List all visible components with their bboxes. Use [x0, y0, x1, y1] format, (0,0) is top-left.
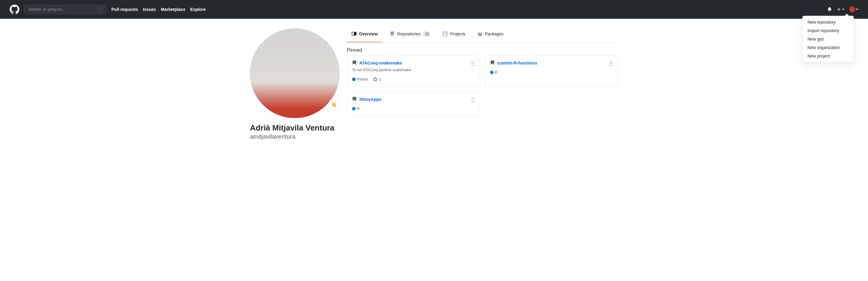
repo-language: R — [357, 106, 360, 111]
repo-description: To run ATACseq pipeline snakemake — [352, 68, 475, 72]
svg-point-6 — [610, 61, 611, 62]
repo-stars[interactable]: 1 — [373, 77, 381, 82]
lang-color-dot — [352, 77, 355, 81]
repo-meta: R — [352, 106, 475, 111]
plus-icon — [837, 7, 841, 12]
grabber-icon — [471, 97, 475, 102]
lang-color-dot — [352, 107, 355, 111]
svg-point-8 — [610, 63, 611, 64]
profile-avatar[interactable]: 👋 — [250, 28, 340, 118]
drag-handle[interactable] — [471, 97, 475, 102]
drag-handle[interactable] — [609, 61, 613, 66]
svg-point-2 — [471, 63, 472, 64]
search-slash-hint: / — [97, 7, 102, 12]
create-new-button[interactable] — [837, 7, 844, 12]
svg-point-4 — [471, 65, 472, 66]
package-icon — [477, 31, 483, 36]
svg-point-17 — [474, 101, 474, 102]
repo-meta: R — [490, 70, 613, 74]
bell-icon — [827, 7, 832, 12]
dropdown-new-project[interactable]: New project — [803, 52, 854, 60]
create-new-dropdown: New repository Import repository New gis… — [802, 16, 854, 62]
tab-label: Projects — [450, 31, 465, 36]
tab-label: Repositories — [397, 31, 421, 36]
main-content: Overview Repositories 11 Projects Packag… — [347, 19, 618, 140]
repo-icon — [490, 61, 495, 65]
pinned-repo-card: ATACseq-snakemake To run ATACseq pipelin… — [347, 55, 480, 87]
caret-down-icon — [856, 8, 858, 10]
profile-fullname: Adrià Mitjavila Ventura — [250, 123, 340, 133]
user-menu-button[interactable] — [849, 6, 858, 12]
profile-username: amitjavilaventura — [250, 133, 340, 140]
tab-projects[interactable]: Projects — [438, 26, 470, 42]
svg-point-1 — [474, 61, 474, 62]
profile-tab-nav: Overview Repositories 11 Projects Packag… — [347, 26, 618, 43]
nav-links: Pull requests Issues Marketplace Explore — [112, 7, 827, 12]
svg-point-7 — [612, 61, 613, 62]
grabber-icon — [609, 61, 613, 66]
svg-point-10 — [610, 65, 611, 66]
svg-point-12 — [471, 97, 472, 98]
svg-point-13 — [474, 97, 474, 98]
tab-label: Packages — [485, 31, 503, 36]
repo-language: R — [495, 70, 498, 74]
search-box[interactable]: / — [24, 5, 106, 14]
nav-explore[interactable]: Explore — [190, 7, 206, 12]
pinned-title: Pinned — [347, 48, 618, 53]
grabber-icon — [471, 61, 475, 66]
repo-icon — [390, 31, 395, 36]
tab-label: Overview — [359, 31, 378, 36]
svg-point-0 — [471, 61, 472, 62]
tab-packages[interactable]: Packages — [473, 26, 508, 42]
caret-down-icon — [842, 8, 844, 10]
github-logo[interactable] — [10, 4, 19, 14]
repo-link[interactable]: custom-R-functions — [497, 61, 537, 65]
svg-point-9 — [612, 63, 613, 64]
main-header: / Pull requests Issues Marketplace Explo… — [0, 0, 868, 19]
repo-count-badge: 11 — [423, 31, 431, 37]
tab-overview[interactable]: Overview — [347, 26, 382, 42]
project-icon — [443, 31, 447, 36]
pinned-grid: ATACseq-snakemake To run ATACseq pipelin… — [347, 55, 618, 116]
repo-meta: Python 1 — [352, 77, 475, 82]
svg-point-5 — [474, 65, 474, 66]
header-avatar — [849, 6, 855, 12]
notifications-button[interactable] — [827, 7, 832, 12]
svg-point-15 — [474, 99, 474, 100]
book-icon — [352, 31, 356, 36]
drag-handle[interactable] — [471, 61, 475, 66]
repo-icon — [352, 97, 357, 102]
profile-sidebar: 👋 Adrià Mitjavila Ventura amitjavilavent… — [250, 28, 340, 140]
star-icon — [373, 77, 378, 82]
dropdown-new-repository[interactable]: New repository — [803, 18, 854, 26]
lang-color-dot — [490, 70, 494, 74]
dropdown-import-repository[interactable]: Import repository — [803, 26, 854, 35]
pinned-repo-card: ShinyApps R — [347, 92, 480, 116]
tab-repositories[interactable]: Repositories 11 — [385, 26, 435, 42]
dropdown-new-gist[interactable]: New gist — [803, 35, 854, 43]
svg-point-16 — [471, 101, 472, 102]
header-actions — [827, 6, 858, 12]
repo-link[interactable]: ATACseq-snakemake — [359, 61, 402, 65]
nav-issues[interactable]: Issues — [143, 7, 156, 12]
svg-point-11 — [612, 65, 613, 66]
pinned-repo-card: custom-R-functions R — [485, 55, 618, 87]
svg-point-14 — [471, 99, 472, 100]
status-badge[interactable]: 👋 — [328, 99, 340, 110]
svg-point-3 — [474, 63, 474, 64]
nav-pull-requests[interactable]: Pull requests — [112, 7, 138, 12]
nav-marketplace[interactable]: Marketplace — [161, 7, 186, 12]
search-input[interactable] — [28, 7, 97, 12]
repo-language: Python — [357, 77, 368, 82]
repo-icon — [352, 61, 357, 65]
dropdown-new-organization[interactable]: New organization — [803, 43, 854, 52]
repo-link[interactable]: ShinyApps — [359, 97, 381, 102]
